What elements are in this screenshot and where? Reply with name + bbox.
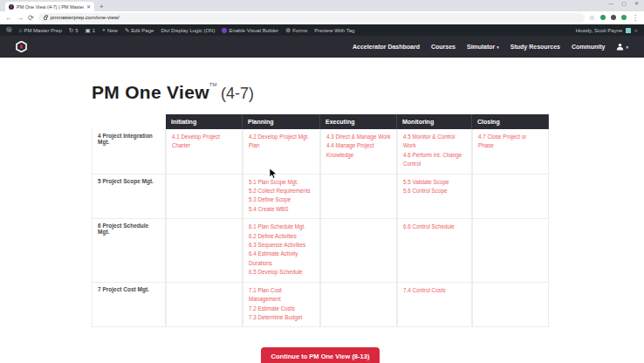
table-cell: 6.6 Control Schedule [397, 219, 472, 282]
process-link[interactable]: 4.4 Manage Project Knowledge [326, 141, 391, 160]
home-icon: ⌂ [19, 27, 23, 33]
process-link[interactable]: 6.4 Estimate Activity Durations [249, 250, 314, 268]
url-text[interactable]: pmmasterprep.com/one-view/ [51, 15, 120, 20]
process-link[interactable]: 6.2 Define Activities [249, 232, 314, 241]
extensions-puzzle-icon[interactable] [611, 15, 616, 20]
process-link[interactable]: 4.7 Close Project or Phase [478, 133, 543, 151]
admin-forms[interactable]: ⚙ Forms [285, 27, 307, 34]
chevron-down-icon: ▾ [626, 45, 628, 50]
process-link[interactable]: 6.5 Develop Schedule [249, 268, 314, 277]
updates-icon: ↻ [69, 27, 73, 34]
nav-courses[interactable]: Courses [431, 44, 456, 50]
minimize-button[interactable]: — [608, 0, 613, 8]
admin-preview-with-tag[interactable]: Preview With Tag [314, 28, 354, 33]
account-menu[interactable]: ▾ [616, 43, 628, 51]
table-cell [166, 283, 243, 328]
admin-comments[interactable]: ▣ 1 [86, 27, 96, 34]
new-tab-button[interactable]: + [99, 3, 104, 10]
url-field[interactable]: pmmasterprep.com/one-view/ [38, 13, 585, 23]
table-cell: 7.1 Plan Cost Management7.2 Estimate Cos… [243, 283, 320, 328]
process-link[interactable]: 4.1 Develop Project Charter [172, 133, 236, 151]
screen: PM One View (4-7) | PM Master | ✕ + — ▢ … [0, 0, 644, 363]
table-cell: 5.1 Plan Scope Mgt.5.2 Collect Requireme… [243, 175, 320, 220]
admin-site-name[interactable]: ⌂ PM Master Prep [19, 27, 62, 33]
process-link[interactable]: 5.6 Control Scope [403, 187, 466, 195]
trademark: TM [209, 82, 217, 87]
admin-edit-page[interactable]: ✎ Edit Page [125, 27, 154, 34]
process-link[interactable]: 5.1 Plan Scope Mgt. [249, 178, 314, 187]
process-link[interactable]: 6.3 Sequence Activities [249, 241, 314, 250]
extension-icon[interactable] [621, 15, 627, 20]
site-favicon-icon [9, 4, 14, 10]
process-link[interactable]: 7.1 Plan Cost Management [249, 286, 314, 305]
avatar[interactable] [626, 28, 631, 33]
table-cell: 4.3 Direct & Manage Work4.4 Manage Proje… [320, 129, 397, 175]
process-link[interactable]: 6.6 Control Schedule [403, 223, 466, 231]
continue-button[interactable]: Continue to PM One View (8-13) [261, 347, 380, 363]
gear-icon: ⚙ [285, 27, 291, 34]
close-window-button[interactable]: ✕ [634, 0, 639, 8]
table-row: 4 Project Integration Mgt.4.1 Develop Pr… [92, 129, 549, 175]
table-cell: 4.1 Develop Project Charter [166, 129, 243, 175]
forward-icon[interactable]: → [17, 14, 24, 22]
process-link[interactable]: 5.2 Collect Requirements [249, 187, 314, 195]
divi-icon [222, 28, 227, 33]
process-link[interactable]: 4.3 Direct & Manage Work [326, 133, 391, 141]
process-link[interactable]: 5.4 Create WBS [249, 205, 314, 214]
table-cell: 6.1 Plan Schedule Mgt.6.2 Define Activit… [243, 219, 320, 282]
person-icon [616, 43, 624, 51]
plus-icon: + [102, 27, 106, 33]
wordpress-logo-icon[interactable]: Ⓦ [6, 26, 12, 34]
table-cell [320, 175, 397, 220]
nav-accelerator-dashboard[interactable]: Accelerator Dashboard [353, 44, 420, 50]
process-link[interactable]: 4.2 Develop Project Mgt. Plan [249, 133, 314, 151]
main-content: PM One ViewTM (4-7) InitiatingPlanningEx… [0, 58, 644, 363]
row-label: 4 Project Integration Mgt. [92, 129, 166, 175]
extension-icon[interactable] [600, 15, 606, 20]
browser-tab[interactable]: PM One View (4-7) | PM Master | ✕ [5, 2, 94, 11]
process-link[interactable]: 7.2 Estimate Costs [249, 305, 314, 313]
page-title: PM One ViewTM (4-7) [92, 82, 644, 103]
process-link[interactable]: 4.6 Perform Int. Change Control [403, 151, 466, 169]
comments-icon: ▣ [86, 27, 91, 34]
column-header: Closing [472, 114, 549, 129]
back-icon[interactable]: ← [5, 14, 12, 22]
bookmark-star-icon[interactable]: ☆ [589, 14, 595, 22]
nav-simulator[interactable]: Simulator ▾ [467, 44, 499, 50]
admin-updates[interactable]: ↻ 5 [69, 27, 79, 34]
admin-howdy[interactable]: Howdy, Scott Payne [576, 28, 623, 33]
table-cell: 7.4 Control Costs [397, 283, 472, 328]
maximize-button[interactable]: ▢ [621, 0, 627, 8]
admin-new-button[interactable]: + New [102, 27, 118, 33]
tab-close-icon[interactable]: ✕ [86, 3, 91, 10]
row-label: 6 Project Schedule Mgt. [92, 219, 166, 282]
table-cell: 4.5 Monitor & Control Work4.6 Perform In… [397, 129, 472, 175]
chevron-down-icon: ▾ [497, 45, 499, 50]
reload-icon[interactable]: ⟳ [28, 14, 34, 22]
process-link[interactable]: 5.3 Define Scope [249, 195, 314, 204]
table-row: 6 Project Schedule Mgt.6.1 Plan Schedule… [92, 219, 549, 282]
site-header: Accelerator Dashboard Courses Simulator … [0, 36, 644, 58]
admin-visual-builder[interactable]: Enable Visual Builder [222, 28, 278, 33]
table-cell [320, 219, 397, 282]
pm-master-prep-logo[interactable] [16, 41, 27, 52]
admin-divi-logic[interactable]: Divi Display Logic (ON) [161, 28, 215, 33]
search-icon[interactable]: ⌕ [634, 27, 638, 34]
table-cell [472, 219, 549, 282]
table-row: 7 Project Cost Mgt.7.1 Plan Cost Managem… [92, 283, 549, 328]
table-row: 5 Project Scope Mgt.5.1 Plan Scope Mgt.5… [92, 175, 549, 220]
process-link[interactable]: 4.5 Monitor & Control Work [403, 133, 466, 151]
nav-community[interactable]: Community [572, 44, 606, 50]
column-header: Executing [320, 114, 397, 129]
browser-menu-icon[interactable]: ⋮ [632, 14, 639, 22]
process-link[interactable]: 5.5 Validate Scope [403, 178, 466, 187]
process-link[interactable]: 7.4 Control Costs [403, 286, 466, 295]
https-lock-icon[interactable] [44, 17, 47, 20]
process-link[interactable]: 7.3 Determine Budget [249, 313, 314, 322]
table-cell: 4.7 Close Project or Phase [472, 129, 549, 175]
process-link[interactable]: 6.1 Plan Schedule Mgt. [249, 223, 314, 231]
nav-study-resources[interactable]: Study Resources [510, 44, 560, 50]
table-cell [320, 283, 397, 328]
pm-one-view-table: InitiatingPlanningExecutingMonitoringClo… [92, 114, 549, 327]
column-header: Initiating [166, 114, 243, 129]
